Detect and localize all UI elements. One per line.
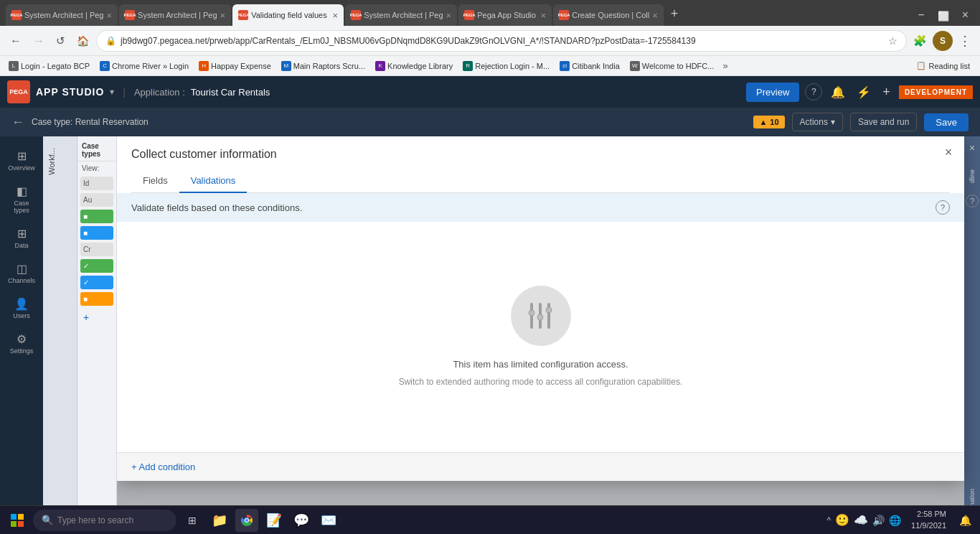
minimize-button[interactable]: − — [912, 6, 930, 24]
add-icon[interactable]: + — [880, 82, 893, 103]
help-icon[interactable]: ? — [805, 83, 822, 100]
bookmark-happay[interactable]: H Happay Expense — [194, 60, 275, 72]
sidebar-item-case-types[interactable]: ◧ Case types — [3, 179, 40, 220]
notification-icon[interactable]: 🔔 — [828, 83, 848, 102]
tab-fields[interactable]: Fields — [131, 169, 179, 193]
tab-2-close[interactable]: × — [220, 10, 226, 21]
tab-1[interactable]: PEGA System Architect | Peg × — [6, 4, 118, 26]
bookmark-chromeriver[interactable]: C Chrome River » Login — [95, 60, 193, 72]
actions-button[interactable]: Actions ▾ — [792, 113, 843, 131]
wf-item-add[interactable]: + — [80, 309, 113, 326]
bookmark-rejection[interactable]: R Rejection Login - M... — [458, 60, 554, 72]
sidebar-item-data[interactable]: ⊞ Data — [3, 221, 40, 255]
search-box[interactable]: 🔍 Type here to search — [33, 510, 176, 531]
tray-cloud: ☁️ — [854, 513, 868, 527]
bookmark-raptors-icon: M — [281, 61, 291, 71]
bookmark-more[interactable]: » — [720, 59, 730, 72]
wf-item-blue-check[interactable]: ✓ — [80, 276, 113, 289]
wf-item-au[interactable]: Au — [80, 193, 113, 207]
address-bar-row: ← → ↺ 🏠 🔒 jb9dwg07.pegacea.net/prweb/app… — [0, 26, 980, 56]
reload-button[interactable]: ↺ — [52, 32, 70, 50]
taskbar-chrome[interactable] — [235, 509, 258, 532]
search-icon: 🔍 — [42, 515, 53, 525]
dialog: Collect customer information Fields Vali… — [117, 136, 964, 481]
sidebar-item-settings[interactable]: ⚙ Settings — [3, 327, 40, 360]
home-button[interactable]: 🏠 — [72, 32, 93, 50]
tab-6-close[interactable]: × — [652, 10, 658, 21]
tab-3-close[interactable]: × — [333, 10, 339, 21]
preview-button[interactable]: Preview — [746, 83, 799, 102]
browser-menu-icon[interactable]: ⋮ — [956, 30, 974, 52]
empty-state-subtitle: Switch to extended authoring mode to acc… — [399, 375, 683, 388]
right-panel-close[interactable]: × — [966, 139, 978, 156]
add-condition-link[interactable]: + Add condition — [131, 462, 195, 472]
tab-validations[interactable]: Validations — [179, 169, 248, 193]
back-nav-button[interactable]: ← — [6, 32, 26, 50]
tab-4[interactable]: PEGA System Architect | Peg × — [345, 4, 457, 26]
pega-logo: PEGA — [7, 80, 30, 103]
lightning-icon[interactable]: ⚡ — [854, 83, 874, 102]
forward-nav-button[interactable]: → — [29, 32, 49, 50]
workflow-panel: Workf... — [43, 136, 77, 534]
star-icon[interactable]: ☆ — [888, 35, 897, 47]
reading-list-button[interactable]: 📋 Reading list — [910, 60, 976, 72]
tab-6[interactable]: PEGA Create Question | Coll × — [553, 4, 664, 26]
start-button[interactable] — [6, 509, 29, 532]
taskbar-file-explorer[interactable]: 📁 — [208, 509, 231, 532]
tab-5[interactable]: PEGA Pega App Studio × — [458, 4, 552, 26]
right-panel-help[interactable]: ? — [966, 195, 979, 207]
bookmark-knowledge[interactable]: K Knowledge Library — [371, 60, 457, 72]
tab-2[interactable]: PEGA System Architect | Peg × — [119, 4, 231, 26]
tab-1-close[interactable]: × — [106, 10, 112, 21]
taskbar-mail[interactable]: ✉️ — [317, 509, 340, 532]
profile-icon[interactable]: S — [933, 31, 953, 51]
tab-3[interactable]: PEGA Validating field values × — [232, 4, 344, 26]
dialog-help-icon[interactable]: ? — [936, 200, 950, 215]
new-tab-button[interactable]: + — [665, 4, 684, 24]
tab-5-close[interactable]: × — [541, 10, 547, 21]
tab-4-close[interactable]: × — [446, 10, 452, 21]
back-arrow-button[interactable]: ← — [11, 115, 24, 130]
search-placeholder: Type here to search — [57, 515, 133, 525]
wf-item-orange[interactable]: ■ — [80, 292, 113, 306]
bookmark-citi[interactable]: ci Citibank India — [555, 60, 624, 72]
tray-network[interactable]: 🌐 — [889, 515, 901, 526]
save-run-button[interactable]: Save and run — [850, 113, 917, 131]
dialog-close-button[interactable]: × — [940, 144, 957, 161]
bookmark-raptors[interactable]: M Main Raptors Scru... — [277, 60, 369, 72]
overview-label: Overview — [8, 164, 35, 172]
taskbar: 🔍 Type here to search ⊞ 📁 📝 💬 ✉️ ^ 🙂 ☁️ … — [0, 505, 980, 534]
address-box[interactable]: 🔒 jb9dwg07.pegacea.net/prweb/app/CarRent… — [96, 30, 907, 52]
data-label: Data — [14, 242, 28, 249]
taskbar-sticky-notes[interactable]: 📝 — [263, 509, 286, 532]
app-header: PEGA APP STUDIO ▾ | Application : Touris… — [0, 76, 980, 108]
taskbar-teams[interactable]: 💬 — [290, 509, 313, 532]
extensions-icon[interactable]: 🧩 — [910, 31, 930, 51]
bookmark-chromeriver-icon: C — [100, 61, 110, 71]
workflow-panel-tab[interactable]: Workf... — [43, 141, 77, 182]
wf-item-green2[interactable]: ✓ — [80, 259, 113, 273]
close-button[interactable]: × — [956, 6, 974, 24]
save-button[interactable]: Save — [924, 113, 969, 131]
sidebar-item-channels[interactable]: ◫ Channels — [3, 256, 40, 290]
wf-item-green1[interactable]: ■ — [80, 210, 113, 223]
notification-center[interactable]: 🔔 — [956, 515, 974, 526]
tray-up-arrow[interactable]: ^ — [826, 515, 831, 525]
main-layout: ⊞ Overview ◧ Case types ⊞ Data ◫ Channel… — [0, 136, 980, 534]
wf-item-cr[interactable]: Cr — [80, 243, 113, 256]
bookmark-legato[interactable]: L Login - Legato BCP — [4, 60, 94, 72]
app-studio-dropdown-icon[interactable]: ▾ — [110, 87, 114, 97]
tab-2-favicon: PEGA — [125, 10, 135, 20]
svg-rect-8 — [11, 521, 17, 527]
clock[interactable]: 2:58 PM 11/9/2021 — [905, 509, 952, 531]
maximize-button[interactable]: ⬜ — [932, 8, 955, 24]
task-view-button[interactable]: ⊞ — [181, 509, 204, 532]
channels-label: Channels — [8, 277, 35, 284]
sidebar-item-overview[interactable]: ⊞ Overview — [3, 144, 40, 177]
tray-volume[interactable]: 🔊 — [872, 515, 885, 526]
wf-item-blue1[interactable]: ■ — [80, 226, 113, 240]
sidebar-item-users[interactable]: 👤 Users — [3, 291, 40, 325]
wf-item-id[interactable]: Id — [80, 177, 113, 190]
bookmark-hdfc[interactable]: W Welcome to HDFC... — [626, 60, 719, 72]
overview-icon: ⊞ — [17, 149, 27, 163]
